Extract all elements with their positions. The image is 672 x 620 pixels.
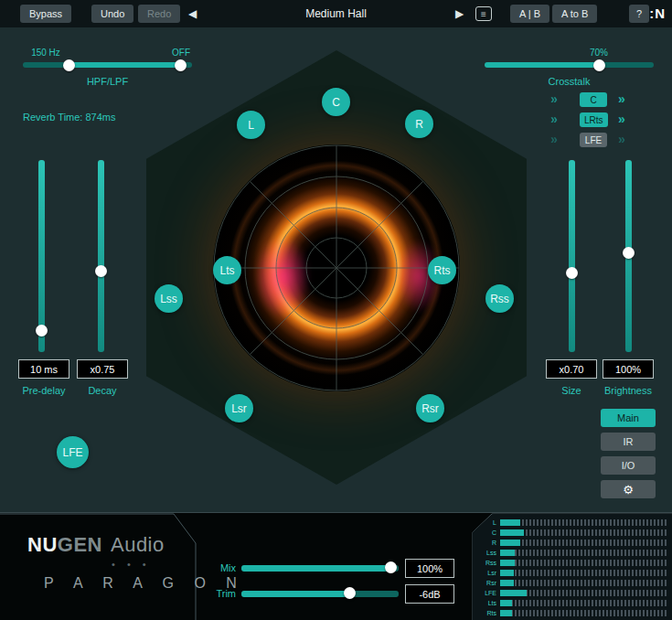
- routing-c-button[interactable]: C: [580, 92, 607, 107]
- brand-audio: Audio: [111, 533, 165, 556]
- meter-row: R: [473, 538, 667, 548]
- chevron-right-icon[interactable]: »: [550, 91, 558, 106]
- channel-node-l[interactable]: L: [237, 111, 265, 139]
- meter-row: Rss: [473, 558, 667, 568]
- a-to-b-button[interactable]: A to B: [552, 5, 597, 23]
- channel-node-lts[interactable]: Lts: [213, 256, 241, 284]
- meter-bar: [500, 540, 667, 546]
- meter-bar: [500, 580, 667, 586]
- meter-fill: [500, 600, 512, 606]
- meter-label: Rsr: [473, 580, 500, 586]
- meter-fill: [500, 519, 520, 526]
- meter-label: Lsr: [473, 570, 500, 576]
- channel-node-rts[interactable]: Rts: [428, 256, 456, 284]
- brightness-value-box[interactable]: 100%: [603, 359, 654, 379]
- hpf-lpf-slider-track[interactable]: [23, 62, 192, 68]
- meter-label: Lts: [473, 600, 500, 606]
- hpf-value: 150 Hz: [26, 48, 66, 58]
- footer-bar: NUGENAudio • • • P A R A G O N Mix 100% …: [0, 512, 672, 620]
- ab-compare-button[interactable]: A | B: [510, 5, 549, 23]
- meter-label: L: [473, 519, 500, 526]
- channel-node-rsr[interactable]: Rsr: [416, 394, 444, 422]
- meter-fill: [500, 550, 515, 556]
- paragon-plugin-window: Bypass Undo Redo ◀ Medium Hall ▶ ≡ A | B…: [0, 0, 672, 620]
- size-value-box[interactable]: x0.70: [546, 359, 597, 379]
- meter-bar: [500, 590, 667, 596]
- trim-slider-track[interactable]: [241, 591, 399, 597]
- decay-knob[interactable]: [95, 265, 107, 277]
- predelay-knob[interactable]: [36, 325, 48, 337]
- chevron-right-icon[interactable]: »: [550, 132, 558, 146]
- meter-row: Lsr: [473, 568, 667, 578]
- lpf-knob[interactable]: [175, 59, 187, 71]
- chevron-right-icon[interactable]: »: [618, 112, 625, 126]
- mix-knob[interactable]: [385, 561, 397, 573]
- mix-value-box[interactable]: 100%: [405, 559, 454, 578]
- chevron-right-icon[interactable]: »: [550, 112, 558, 126]
- meter-label: LFE: [473, 590, 500, 596]
- previous-preset-icon[interactable]: ◀: [188, 7, 197, 20]
- size-slider-track[interactable]: [569, 160, 575, 352]
- meter-fill: [500, 580, 514, 586]
- predelay-value-box[interactable]: 10 ms: [18, 359, 69, 379]
- predelay-slider-track[interactable]: [38, 160, 45, 352]
- nugen-logo-icon: :N: [649, 5, 666, 21]
- help-button[interactable]: ?: [629, 5, 649, 23]
- routing-lfe-button[interactable]: LFE: [580, 133, 607, 147]
- redo-button[interactable]: Redo: [138, 5, 180, 23]
- hpf-lpf-label: HPF/LPF: [23, 76, 192, 87]
- channel-node-r[interactable]: R: [405, 110, 433, 138]
- meter-row: Lts: [473, 598, 667, 608]
- lpf-value: OFF: [165, 48, 197, 58]
- settings-gear-icon[interactable]: ⚙: [601, 480, 656, 498]
- meter-row: LFE: [473, 588, 667, 598]
- decay-value-box[interactable]: x0.75: [77, 359, 128, 379]
- channel-node-lss[interactable]: Lss: [155, 284, 183, 313]
- trim-label: Trim: [212, 588, 236, 599]
- routing-lrts-button[interactable]: LRts: [580, 112, 608, 127]
- channel-node-lfe[interactable]: LFE: [57, 436, 89, 468]
- channel-node-rss[interactable]: Rss: [485, 284, 514, 313]
- size-knob[interactable]: [566, 267, 578, 279]
- channel-node-c[interactable]: C: [322, 88, 350, 116]
- preset-name[interactable]: Medium Hall: [305, 7, 367, 20]
- meter-fill: [500, 529, 524, 536]
- chevron-right-icon[interactable]: »: [618, 132, 625, 146]
- output-meters-panel: L C R Lss Rss Lsr Rsr LFE Lts Rts: [473, 514, 672, 620]
- crosstalk-slider-track[interactable]: [485, 62, 654, 68]
- meter-row: Rts: [473, 608, 667, 618]
- meter-label: Rss: [473, 560, 500, 566]
- meter-bar: [500, 519, 667, 526]
- brightness-label: Brightness: [590, 385, 667, 396]
- preset-menu-icon[interactable]: ≡: [475, 6, 492, 21]
- reverb-visualizer: [213, 144, 460, 391]
- nugen-audio-wordmark: NUGENAudio: [27, 533, 165, 557]
- view-main-button[interactable]: Main: [601, 409, 656, 427]
- meter-label: Lss: [473, 550, 500, 556]
- trim-value-box[interactable]: -6dB: [405, 584, 454, 604]
- meter-fill: [500, 540, 520, 546]
- decay-slider-track[interactable]: [98, 160, 104, 352]
- meter-row: Rsr: [473, 578, 667, 588]
- view-ir-button[interactable]: IR: [601, 433, 656, 451]
- mix-slider-track[interactable]: [241, 565, 399, 572]
- meter-row: C: [473, 528, 667, 538]
- chevron-right-icon[interactable]: »: [618, 91, 625, 106]
- channel-node-lsr[interactable]: Lsr: [225, 394, 253, 422]
- undo-button[interactable]: Undo: [91, 5, 133, 23]
- view-io-button[interactable]: I/O: [601, 456, 656, 475]
- meter-label: C: [473, 529, 500, 536]
- trim-knob[interactable]: [344, 587, 356, 599]
- brightness-knob[interactable]: [623, 247, 635, 259]
- crosstalk-value: 70%: [576, 48, 622, 58]
- radar-grid: [213, 144, 460, 391]
- next-preset-icon[interactable]: ▶: [455, 7, 464, 20]
- bypass-button[interactable]: Bypass: [20, 5, 71, 23]
- meter-fill: [500, 560, 515, 566]
- hpf-knob[interactable]: [63, 59, 75, 71]
- meter-fill: [500, 590, 527, 596]
- meter-row: L: [473, 518, 667, 528]
- crosstalk-knob[interactable]: [593, 59, 605, 71]
- meter-fill: [500, 610, 512, 616]
- mix-label: Mix: [212, 562, 236, 573]
